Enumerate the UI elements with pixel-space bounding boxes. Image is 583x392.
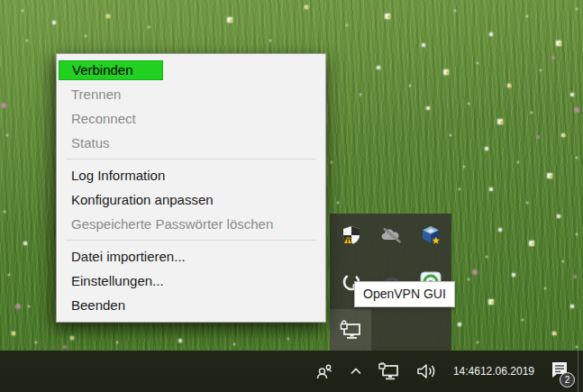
- people-icon: [314, 361, 334, 381]
- notification-badge: 2: [560, 372, 575, 387]
- cloud-offline-icon: [379, 225, 403, 245]
- taskbar: 14:46 12.06.2019 2: [0, 351, 583, 392]
- openvpn-context-menu: Verbinden Trennen Reconnect Status Log I…: [56, 53, 326, 323]
- tray-icon-network-secured[interactable]: [330, 309, 371, 351]
- network-ethernet-icon: [378, 360, 401, 382]
- virtualbox-cube-icon: [420, 224, 442, 246]
- menu-item-trennen: Trennen: [57, 82, 325, 106]
- chevron-up-icon: [349, 364, 363, 378]
- clock-date: 12.06.2019: [480, 365, 534, 378]
- tray-icon-cloud-offline[interactable]: [371, 215, 411, 255]
- defender-shield-warning-icon: [341, 224, 362, 246]
- network-secured-icon: [339, 318, 362, 342]
- action-center-button[interactable]: 2: [542, 351, 578, 392]
- menu-item-verbinden[interactable]: Verbinden: [57, 58, 325, 82]
- speaker-icon: [415, 360, 439, 382]
- volume-button[interactable]: [408, 351, 446, 392]
- menu-item-verbinden-label: Verbinden: [59, 60, 163, 80]
- menu-item-einstellungen[interactable]: Einstellungen...: [57, 269, 325, 293]
- tray-icon-virtualbox[interactable]: [411, 215, 451, 255]
- openvpn-tooltip: OpenVPN GUI: [354, 281, 455, 307]
- desktop: Verbinden Trennen Reconnect Status Log I…: [0, 0, 583, 392]
- menu-item-log-information[interactable]: Log Information: [57, 163, 325, 187]
- network-button[interactable]: [370, 351, 408, 392]
- clover-flowers: [0, 0, 4, 4]
- clock-time: 14:46: [453, 365, 480, 378]
- menu-item-beenden[interactable]: Beenden: [57, 293, 325, 317]
- tray-chevron-button[interactable]: [342, 351, 370, 392]
- menu-separator: [66, 159, 316, 160]
- people-button[interactable]: [307, 351, 342, 392]
- menu-item-passwoerter-loeschen: Gespeicherte Passwörter löschen: [57, 212, 325, 236]
- tray-icon-defender[interactable]: [332, 215, 371, 255]
- menu-item-datei-importieren[interactable]: Datei importieren...: [57, 244, 325, 269]
- menu-item-reconnect: Reconnect: [57, 106, 325, 131]
- menu-item-konfiguration-anpassen[interactable]: Konfiguration anpassen: [57, 187, 325, 212]
- taskbar-clock[interactable]: 14:46 12.06.2019: [446, 351, 542, 392]
- menu-separator: [66, 240, 316, 241]
- menu-item-status: Status: [57, 131, 325, 155]
- show-desktop-button[interactable]: [578, 351, 583, 392]
